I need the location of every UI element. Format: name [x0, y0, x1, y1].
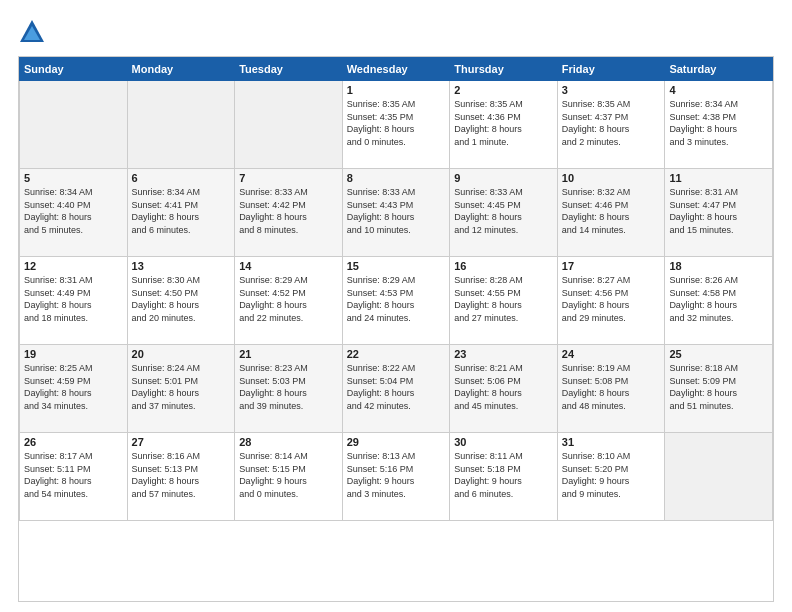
day-info: Sunrise: 8:25 AM Sunset: 4:59 PM Dayligh…	[24, 362, 123, 412]
day-number: 13	[132, 260, 231, 272]
day-number: 3	[562, 84, 661, 96]
day-info: Sunrise: 8:22 AM Sunset: 5:04 PM Dayligh…	[347, 362, 446, 412]
calendar-cell: 22Sunrise: 8:22 AM Sunset: 5:04 PM Dayli…	[342, 345, 450, 433]
weekday-header-monday: Monday	[127, 58, 235, 81]
day-info: Sunrise: 8:16 AM Sunset: 5:13 PM Dayligh…	[132, 450, 231, 500]
day-info: Sunrise: 8:30 AM Sunset: 4:50 PM Dayligh…	[132, 274, 231, 324]
calendar-cell: 15Sunrise: 8:29 AM Sunset: 4:53 PM Dayli…	[342, 257, 450, 345]
calendar-cell: 13Sunrise: 8:30 AM Sunset: 4:50 PM Dayli…	[127, 257, 235, 345]
calendar-cell: 5Sunrise: 8:34 AM Sunset: 4:40 PM Daylig…	[20, 169, 128, 257]
calendar-cell: 9Sunrise: 8:33 AM Sunset: 4:45 PM Daylig…	[450, 169, 558, 257]
day-number: 23	[454, 348, 553, 360]
day-number: 6	[132, 172, 231, 184]
calendar-cell: 29Sunrise: 8:13 AM Sunset: 5:16 PM Dayli…	[342, 433, 450, 521]
day-info: Sunrise: 8:35 AM Sunset: 4:36 PM Dayligh…	[454, 98, 553, 148]
calendar-cell: 12Sunrise: 8:31 AM Sunset: 4:49 PM Dayli…	[20, 257, 128, 345]
day-info: Sunrise: 8:32 AM Sunset: 4:46 PM Dayligh…	[562, 186, 661, 236]
day-info: Sunrise: 8:31 AM Sunset: 4:49 PM Dayligh…	[24, 274, 123, 324]
calendar-cell: 10Sunrise: 8:32 AM Sunset: 4:46 PM Dayli…	[557, 169, 665, 257]
calendar-cell: 28Sunrise: 8:14 AM Sunset: 5:15 PM Dayli…	[235, 433, 343, 521]
day-number: 5	[24, 172, 123, 184]
calendar-cell: 11Sunrise: 8:31 AM Sunset: 4:47 PM Dayli…	[665, 169, 773, 257]
day-info: Sunrise: 8:35 AM Sunset: 4:35 PM Dayligh…	[347, 98, 446, 148]
day-number: 19	[24, 348, 123, 360]
calendar-cell: 31Sunrise: 8:10 AM Sunset: 5:20 PM Dayli…	[557, 433, 665, 521]
weekday-header-wednesday: Wednesday	[342, 58, 450, 81]
calendar-cell: 4Sunrise: 8:34 AM Sunset: 4:38 PM Daylig…	[665, 81, 773, 169]
calendar-cell: 23Sunrise: 8:21 AM Sunset: 5:06 PM Dayli…	[450, 345, 558, 433]
day-info: Sunrise: 8:21 AM Sunset: 5:06 PM Dayligh…	[454, 362, 553, 412]
calendar-cell: 16Sunrise: 8:28 AM Sunset: 4:55 PM Dayli…	[450, 257, 558, 345]
day-number: 30	[454, 436, 553, 448]
calendar-cell: 3Sunrise: 8:35 AM Sunset: 4:37 PM Daylig…	[557, 81, 665, 169]
day-number: 1	[347, 84, 446, 96]
calendar-cell: 2Sunrise: 8:35 AM Sunset: 4:36 PM Daylig…	[450, 81, 558, 169]
day-info: Sunrise: 8:34 AM Sunset: 4:40 PM Dayligh…	[24, 186, 123, 236]
day-number: 15	[347, 260, 446, 272]
calendar-body: 1Sunrise: 8:35 AM Sunset: 4:35 PM Daylig…	[20, 81, 773, 521]
day-info: Sunrise: 8:35 AM Sunset: 4:37 PM Dayligh…	[562, 98, 661, 148]
day-info: Sunrise: 8:19 AM Sunset: 5:08 PM Dayligh…	[562, 362, 661, 412]
day-info: Sunrise: 8:24 AM Sunset: 5:01 PM Dayligh…	[132, 362, 231, 412]
day-info: Sunrise: 8:14 AM Sunset: 5:15 PM Dayligh…	[239, 450, 338, 500]
calendar-cell: 1Sunrise: 8:35 AM Sunset: 4:35 PM Daylig…	[342, 81, 450, 169]
day-number: 31	[562, 436, 661, 448]
day-number: 17	[562, 260, 661, 272]
calendar-cell: 24Sunrise: 8:19 AM Sunset: 5:08 PM Dayli…	[557, 345, 665, 433]
day-info: Sunrise: 8:31 AM Sunset: 4:47 PM Dayligh…	[669, 186, 768, 236]
calendar-week-2: 5Sunrise: 8:34 AM Sunset: 4:40 PM Daylig…	[20, 169, 773, 257]
calendar-cell: 6Sunrise: 8:34 AM Sunset: 4:41 PM Daylig…	[127, 169, 235, 257]
calendar-cell: 30Sunrise: 8:11 AM Sunset: 5:18 PM Dayli…	[450, 433, 558, 521]
day-number: 2	[454, 84, 553, 96]
day-info: Sunrise: 8:28 AM Sunset: 4:55 PM Dayligh…	[454, 274, 553, 324]
day-number: 24	[562, 348, 661, 360]
weekday-header-friday: Friday	[557, 58, 665, 81]
calendar-cell	[665, 433, 773, 521]
calendar-cell: 14Sunrise: 8:29 AM Sunset: 4:52 PM Dayli…	[235, 257, 343, 345]
day-info: Sunrise: 8:33 AM Sunset: 4:43 PM Dayligh…	[347, 186, 446, 236]
calendar-cell: 17Sunrise: 8:27 AM Sunset: 4:56 PM Dayli…	[557, 257, 665, 345]
calendar-cell: 21Sunrise: 8:23 AM Sunset: 5:03 PM Dayli…	[235, 345, 343, 433]
calendar-cell: 7Sunrise: 8:33 AM Sunset: 4:42 PM Daylig…	[235, 169, 343, 257]
day-number: 25	[669, 348, 768, 360]
logo-icon	[18, 18, 46, 46]
calendar-cell: 20Sunrise: 8:24 AM Sunset: 5:01 PM Dayli…	[127, 345, 235, 433]
calendar: SundayMondayTuesdayWednesdayThursdayFrid…	[18, 56, 774, 602]
day-info: Sunrise: 8:11 AM Sunset: 5:18 PM Dayligh…	[454, 450, 553, 500]
day-info: Sunrise: 8:29 AM Sunset: 4:53 PM Dayligh…	[347, 274, 446, 324]
calendar-table: SundayMondayTuesdayWednesdayThursdayFrid…	[19, 57, 773, 521]
calendar-cell	[20, 81, 128, 169]
day-info: Sunrise: 8:26 AM Sunset: 4:58 PM Dayligh…	[669, 274, 768, 324]
day-info: Sunrise: 8:34 AM Sunset: 4:41 PM Dayligh…	[132, 186, 231, 236]
weekday-header-saturday: Saturday	[665, 58, 773, 81]
day-info: Sunrise: 8:34 AM Sunset: 4:38 PM Dayligh…	[669, 98, 768, 148]
weekday-header-tuesday: Tuesday	[235, 58, 343, 81]
day-number: 9	[454, 172, 553, 184]
calendar-week-1: 1Sunrise: 8:35 AM Sunset: 4:35 PM Daylig…	[20, 81, 773, 169]
calendar-cell: 26Sunrise: 8:17 AM Sunset: 5:11 PM Dayli…	[20, 433, 128, 521]
calendar-week-3: 12Sunrise: 8:31 AM Sunset: 4:49 PM Dayli…	[20, 257, 773, 345]
day-number: 28	[239, 436, 338, 448]
calendar-cell: 19Sunrise: 8:25 AM Sunset: 4:59 PM Dayli…	[20, 345, 128, 433]
day-number: 29	[347, 436, 446, 448]
calendar-cell: 18Sunrise: 8:26 AM Sunset: 4:58 PM Dayli…	[665, 257, 773, 345]
day-info: Sunrise: 8:29 AM Sunset: 4:52 PM Dayligh…	[239, 274, 338, 324]
calendar-cell	[235, 81, 343, 169]
day-number: 27	[132, 436, 231, 448]
day-number: 11	[669, 172, 768, 184]
day-number: 12	[24, 260, 123, 272]
day-info: Sunrise: 8:10 AM Sunset: 5:20 PM Dayligh…	[562, 450, 661, 500]
calendar-cell	[127, 81, 235, 169]
day-number: 22	[347, 348, 446, 360]
day-info: Sunrise: 8:33 AM Sunset: 4:42 PM Dayligh…	[239, 186, 338, 236]
calendar-cell: 27Sunrise: 8:16 AM Sunset: 5:13 PM Dayli…	[127, 433, 235, 521]
day-info: Sunrise: 8:23 AM Sunset: 5:03 PM Dayligh…	[239, 362, 338, 412]
day-info: Sunrise: 8:33 AM Sunset: 4:45 PM Dayligh…	[454, 186, 553, 236]
calendar-cell: 8Sunrise: 8:33 AM Sunset: 4:43 PM Daylig…	[342, 169, 450, 257]
day-info: Sunrise: 8:27 AM Sunset: 4:56 PM Dayligh…	[562, 274, 661, 324]
day-number: 18	[669, 260, 768, 272]
weekday-header-thursday: Thursday	[450, 58, 558, 81]
day-number: 16	[454, 260, 553, 272]
page-header	[18, 18, 774, 46]
logo	[18, 18, 50, 46]
